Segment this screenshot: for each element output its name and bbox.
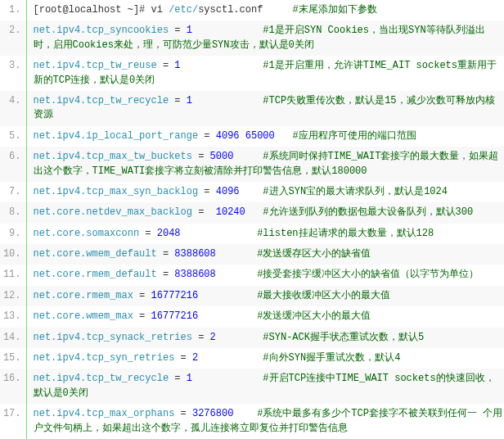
token-blue: 1 xyxy=(174,60,180,71)
token-blue: 4096 xyxy=(216,186,240,197)
code-cell: [root@localhost ~]# vi /etc/sysctl.conf … xyxy=(26,0,504,20)
token-blue: 16777216 xyxy=(151,290,199,301)
line-number: 13. xyxy=(0,306,26,327)
token-teal: net.core.somaxconn xyxy=(34,228,140,239)
line-number: 17. xyxy=(0,404,26,439)
code-row: 16.net.ipv4.tcp_tw_recycle = 1 #开启TCP连接中… xyxy=(0,369,504,404)
token-blue: 8388608 xyxy=(174,269,215,280)
token-blue: 1 xyxy=(187,95,192,106)
token-teal: net.ipv4.tcp_synack_retries xyxy=(34,332,192,343)
token-green: #应用程序可使用的端口范围 xyxy=(275,130,416,142)
line-number: 5. xyxy=(0,126,26,147)
code-cell: net.core.wmem_max = 16777216 #发送缓冲区大小的最大… xyxy=(26,306,504,327)
token-teal: net.ipv4.tcp_tw_recycle xyxy=(34,373,169,384)
token-plain: = xyxy=(139,228,157,239)
token-teal: net.ipv4.tcp_max_syn_backlog xyxy=(34,186,199,197)
code-block: 1.[root@localhost ~]# vi /etc/sysctl.con… xyxy=(0,0,504,439)
token-plain: = xyxy=(174,408,192,419)
token-green: #接受套接字缓冲区大小的缺省值（以字节为单位） xyxy=(216,269,479,280)
code-cell: net.ipv4.tcp_syn_retries = 2 #向外SYN握手重试次… xyxy=(26,348,504,369)
code-cell: net.ipv4.ip_local_port_range = 4096 6500… xyxy=(26,126,504,147)
token-blue: 3276800 xyxy=(192,408,233,419)
code-cell: net.ipv4.tcp_max_orphans = 3276800 #系统中最… xyxy=(26,404,504,439)
code-row: 13.net.core.wmem_max = 16777216 #发送缓冲区大小… xyxy=(0,306,504,327)
token-green: #发送缓冲区大小的最大值 xyxy=(198,310,371,322)
line-number: 1. xyxy=(0,0,26,20)
token-plain: = xyxy=(169,95,187,106)
line-number: 15. xyxy=(0,348,26,369)
token-green: #末尾添加如下参数 xyxy=(263,4,376,16)
token-green: #SYN-ACK握手状态重试次数，默认5 xyxy=(216,332,424,343)
token-plain: = xyxy=(198,186,216,197)
line-number: 12. xyxy=(0,286,26,306)
line-number: 8. xyxy=(0,202,26,223)
token-plain: sysctl.conf xyxy=(198,4,263,16)
code-row: 4.net.ipv4.tcp_tw_recycle = 1 #TCP失败重传次数… xyxy=(0,91,504,126)
token-plain: = xyxy=(157,269,175,280)
code-cell: net.ipv4.tcp_max_syn_backlog = 4096 #进入S… xyxy=(26,182,504,202)
token-plain: = xyxy=(157,248,175,260)
token-teal: net.ipv4.tcp_tw_recycle xyxy=(34,95,169,106)
line-number: 14. xyxy=(0,328,26,348)
line-number: 7. xyxy=(0,182,26,202)
line-number: 10. xyxy=(0,244,26,265)
token-plain: = xyxy=(169,25,187,36)
line-number: 9. xyxy=(0,224,26,244)
token-green: #允许送到队列的数据包最大设备队列，默认300 xyxy=(245,206,473,218)
token-blue: 1 xyxy=(187,25,192,36)
token-teal: net.core.netdev_max_backlog xyxy=(34,206,192,218)
token-blue: 2048 xyxy=(157,228,181,239)
code-row: 1.[root@localhost ~]# vi /etc/sysctl.con… xyxy=(0,0,504,20)
token-plain: [root@localhost ~]# vi xyxy=(34,4,169,16)
token-teal: net.ipv4.tcp_syn_retries xyxy=(34,352,175,364)
code-row: 15.net.ipv4.tcp_syn_retries = 2 #向外SYN握手… xyxy=(0,348,504,369)
token-blue: 1 xyxy=(187,373,192,384)
code-cell: net.ipv4.tcp_tw_recycle = 1 #TCP失败重传次数，默… xyxy=(26,91,504,126)
token-plain xyxy=(240,130,245,142)
code-cell: net.core.wmem_default = 8388608 #发送缓存区大小… xyxy=(26,244,504,265)
code-row: 9.net.core.somaxconn = 2048 #listen挂起请求的… xyxy=(0,224,504,244)
token-plain: = xyxy=(192,206,216,218)
token-green: #发送缓存区大小的缺省值 xyxy=(216,248,371,260)
token-blue: 65000 xyxy=(245,130,275,142)
code-row: 17.net.ipv4.tcp_max_orphans = 3276800 #系… xyxy=(0,404,504,439)
token-blue: 5000 xyxy=(210,151,234,162)
code-row: 8.net.core.netdev_max_backlog = 10240 #允… xyxy=(0,202,504,223)
token-teal: net.core.wmem_default xyxy=(34,248,157,260)
token-teal: net.core.wmem_max xyxy=(34,310,133,322)
code-row: 14.net.ipv4.tcp_synack_retries = 2 #SYN-… xyxy=(0,328,504,348)
token-teal: net.ipv4.ip_local_port_range xyxy=(34,130,199,142)
code-row: 3.net.ipv4.tcp_tw_reuse = 1 #1是开启重用，允许讲T… xyxy=(0,56,504,91)
token-green: #listen挂起请求的最大数量，默认128 xyxy=(181,228,434,239)
code-cell: net.core.somaxconn = 2048 #listen挂起请求的最大… xyxy=(26,224,504,244)
code-row: 5.net.ipv4.ip_local_port_range = 4096 65… xyxy=(0,126,504,147)
code-row: 11.net.core.rmem_default = 8388608 #接受套接… xyxy=(0,265,504,285)
token-plain: = xyxy=(174,352,192,364)
token-green: #最大接收缓冲区大小的最大值 xyxy=(198,290,390,301)
token-teal: net.ipv4.tcp_max_orphans xyxy=(34,408,175,419)
token-teal: net.ipv4.tcp_max_tw_buckets xyxy=(34,151,192,162)
token-teal: /etc/ xyxy=(169,4,198,16)
token-plain: = xyxy=(169,373,187,384)
code-cell: net.ipv4.tcp_tw_recycle = 1 #开启TCP连接中TIM… xyxy=(26,369,504,404)
line-number: 2. xyxy=(0,20,26,56)
code-cell: net.core.rmem_default = 8388608 #接受套接字缓冲… xyxy=(26,265,504,285)
code-row: 12.net.core.rmem_max = 16777216 #最大接收缓冲区… xyxy=(0,286,504,306)
token-teal: net.ipv4.tcp_syncookies xyxy=(34,25,169,36)
token-teal: net.ipv4.tcp_tw_reuse xyxy=(34,60,157,71)
token-plain: = xyxy=(133,310,151,322)
code-row: 10.net.core.wmem_default = 8388608 #发送缓存… xyxy=(0,244,504,265)
code-table: 1.[root@localhost ~]# vi /etc/sysctl.con… xyxy=(0,0,504,439)
token-teal: net.core.rmem_default xyxy=(34,269,157,280)
token-blue: 8388608 xyxy=(174,248,215,260)
token-green: #向外SYN握手重试次数，默认4 xyxy=(198,352,400,364)
code-cell: net.ipv4.tcp_synack_retries = 2 #SYN-ACK… xyxy=(26,328,504,348)
code-cell: net.core.rmem_max = 16777216 #最大接收缓冲区大小的… xyxy=(26,286,504,306)
line-number: 16. xyxy=(0,369,26,404)
token-plain: = xyxy=(157,60,175,71)
token-green: #进入SYN宝的最大请求队列，默认是1024 xyxy=(240,186,448,197)
token-plain: = xyxy=(192,332,210,343)
code-row: 6.net.ipv4.tcp_max_tw_buckets = 5000 #系统… xyxy=(0,147,504,182)
code-cell: net.core.netdev_max_backlog = 10240 #允许送… xyxy=(26,202,504,223)
code-row: 7.net.ipv4.tcp_max_syn_backlog = 4096 #进… xyxy=(0,182,504,202)
